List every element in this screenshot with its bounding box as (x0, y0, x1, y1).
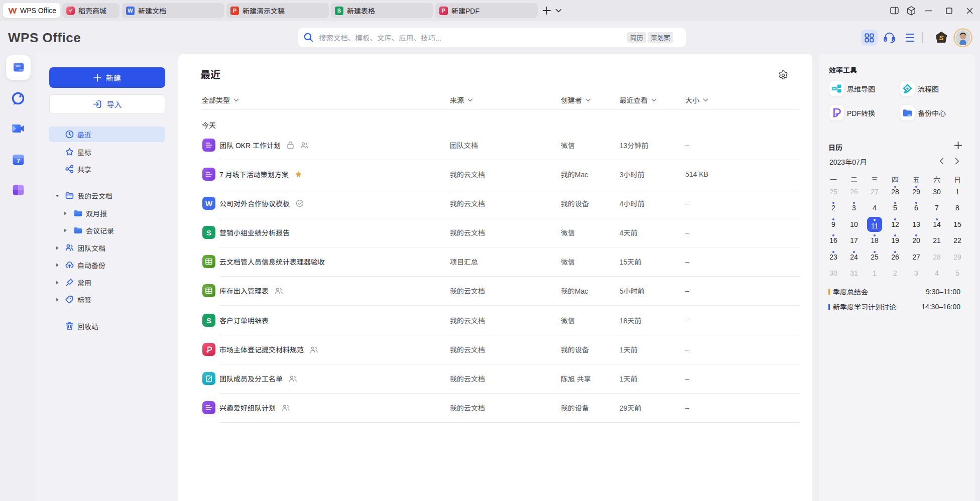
svg-text:S: S (939, 34, 943, 42)
svg-text:7: 7 (16, 157, 20, 165)
